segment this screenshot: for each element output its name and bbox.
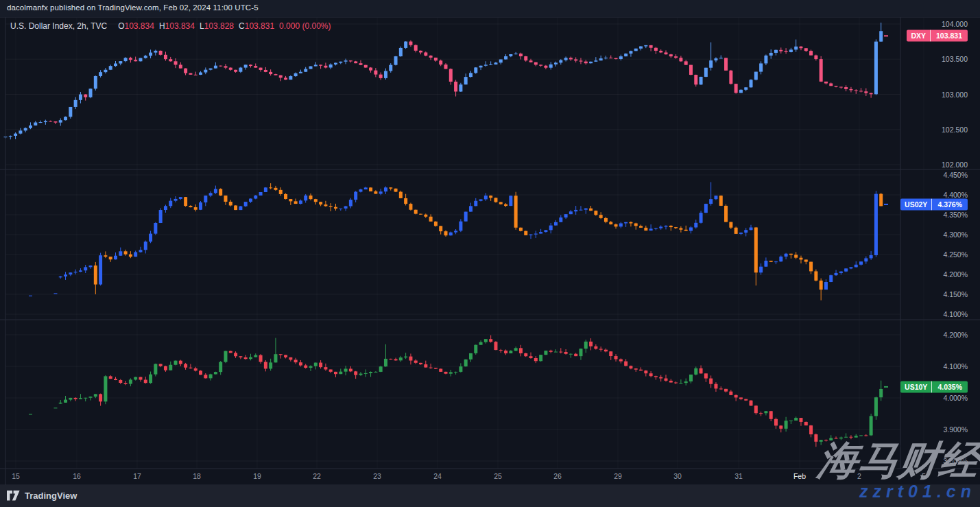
candle-body xyxy=(794,418,798,421)
time-axis-label[interactable]: 24 xyxy=(433,472,442,480)
doji-mark xyxy=(53,408,57,409)
candle-body xyxy=(750,80,753,87)
time-axis-label[interactable]: 16 xyxy=(73,472,81,480)
price-badge-us02y[interactable]: US02Y4.376% xyxy=(900,198,968,210)
candle-body xyxy=(304,366,307,368)
time-axis-label[interactable]: 15 xyxy=(12,472,20,480)
candle-body xyxy=(444,64,448,69)
candle-body xyxy=(134,377,137,380)
time-axis-label[interactable]: 31 xyxy=(734,472,743,480)
tradingview-brand[interactable]: TradingView xyxy=(7,491,77,501)
candle-body xyxy=(149,53,152,56)
candle-body xyxy=(689,375,693,381)
candle-body xyxy=(244,357,248,359)
candle-body xyxy=(804,48,808,51)
time-axis-label[interactable]: 29 xyxy=(614,472,622,480)
time-axis-label[interactable]: 23 xyxy=(373,472,381,480)
time-axis-label[interactable]: Feb xyxy=(793,472,806,480)
price-badge-dxy[interactable]: DXY103.831 xyxy=(907,30,968,42)
candle-body xyxy=(750,228,753,231)
candle-body xyxy=(665,52,668,54)
price-tick-dxy[interactable]: 102.000 xyxy=(920,161,968,169)
candle-body xyxy=(714,58,717,60)
candle-body xyxy=(679,383,682,384)
candlestick-chart-canvas[interactable] xyxy=(0,0,980,507)
candle-body xyxy=(870,255,873,258)
candle-body xyxy=(554,62,558,64)
candle-body xyxy=(359,374,362,375)
price-tick-us02y[interactable]: 4.200% xyxy=(920,270,968,279)
candle-body xyxy=(419,363,422,364)
candle-body xyxy=(879,194,883,207)
candle-body xyxy=(209,374,213,378)
candle-body xyxy=(324,66,327,68)
candle-body xyxy=(154,51,157,53)
time-axis-label[interactable]: 19 xyxy=(253,472,261,480)
candle-body xyxy=(409,42,412,45)
price-tick-us10y[interactable]: 4.200% xyxy=(920,331,968,339)
badge-price: 4.376% xyxy=(931,198,968,210)
candle-body xyxy=(104,70,107,72)
price-tick-us02y[interactable]: 4.150% xyxy=(920,290,968,298)
candle-body xyxy=(704,373,708,378)
candle-body xyxy=(379,75,383,78)
price-tick-dxy[interactable]: 104.000 xyxy=(920,20,968,28)
candle-body xyxy=(499,350,503,351)
price-tick-us10y[interactable]: 4.000% xyxy=(920,394,968,402)
candle-body xyxy=(79,95,82,100)
candle-body xyxy=(774,50,778,53)
candle-body xyxy=(53,121,57,123)
price-tick-us02y[interactable]: 4.400% xyxy=(920,191,968,199)
symbol-legend[interactable]: U.S. Dollar Index, 2h, TVCO103.834H103.8… xyxy=(10,21,331,31)
time-axis-label[interactable]: 26 xyxy=(553,472,562,480)
candle-body xyxy=(174,199,178,201)
candle-body xyxy=(649,228,653,231)
candle-body xyxy=(774,419,778,426)
candle-body xyxy=(124,251,128,254)
candle-body xyxy=(39,122,43,123)
price-tick-us02y[interactable]: 4.350% xyxy=(920,211,968,219)
candle-body xyxy=(609,58,612,58)
candle-body xyxy=(489,196,492,198)
candle-body xyxy=(499,202,503,204)
price-tick-dxy[interactable]: 103.000 xyxy=(920,91,968,99)
candle-body xyxy=(309,366,313,368)
ohlc-low-label: L xyxy=(200,21,204,31)
time-axis-label[interactable]: 30 xyxy=(673,472,682,480)
candle-body xyxy=(700,368,703,373)
time-axis-label[interactable]: 17 xyxy=(133,472,141,480)
time-axis-label[interactable]: 22 xyxy=(313,472,321,480)
candle-body xyxy=(519,348,523,353)
price-tick-dxy[interactable]: 103.500 xyxy=(920,55,968,63)
candle-body xyxy=(779,50,782,51)
candle-body xyxy=(629,51,632,54)
candle-body xyxy=(149,234,152,242)
candle-body xyxy=(584,209,588,210)
candle-body xyxy=(334,207,337,209)
price-tick-us02y[interactable]: 4.300% xyxy=(920,231,968,239)
candle-body xyxy=(114,256,117,259)
candle-body xyxy=(84,398,87,399)
candle-body xyxy=(514,348,518,351)
price-tick-us02y[interactable]: 4.250% xyxy=(920,250,968,259)
price-badge-us10y[interactable]: US10Y4.035% xyxy=(900,381,968,392)
candle-body xyxy=(794,47,798,50)
price-tick-us10y[interactable]: 3.900% xyxy=(920,425,968,434)
candle-body xyxy=(394,189,398,192)
price-tick-dxy[interactable]: 102.500 xyxy=(920,126,968,134)
candle-body xyxy=(639,370,643,370)
candle-body xyxy=(674,56,678,58)
price-tick-us02y[interactable]: 4.100% xyxy=(920,310,968,318)
price-tick-us02y[interactable]: 4.450% xyxy=(920,171,968,179)
candle-body xyxy=(284,355,287,357)
candle-body xyxy=(229,351,232,353)
candle-body xyxy=(364,65,368,68)
candle-body xyxy=(619,359,623,362)
price-tick-us10y[interactable]: 4.100% xyxy=(920,362,968,370)
time-axis-label[interactable]: 25 xyxy=(494,472,502,480)
candle-body xyxy=(694,75,697,84)
time-axis-label[interactable]: 18 xyxy=(193,472,201,480)
candle-body xyxy=(234,205,237,210)
candle-body xyxy=(464,359,468,366)
doji-mark xyxy=(53,293,57,294)
